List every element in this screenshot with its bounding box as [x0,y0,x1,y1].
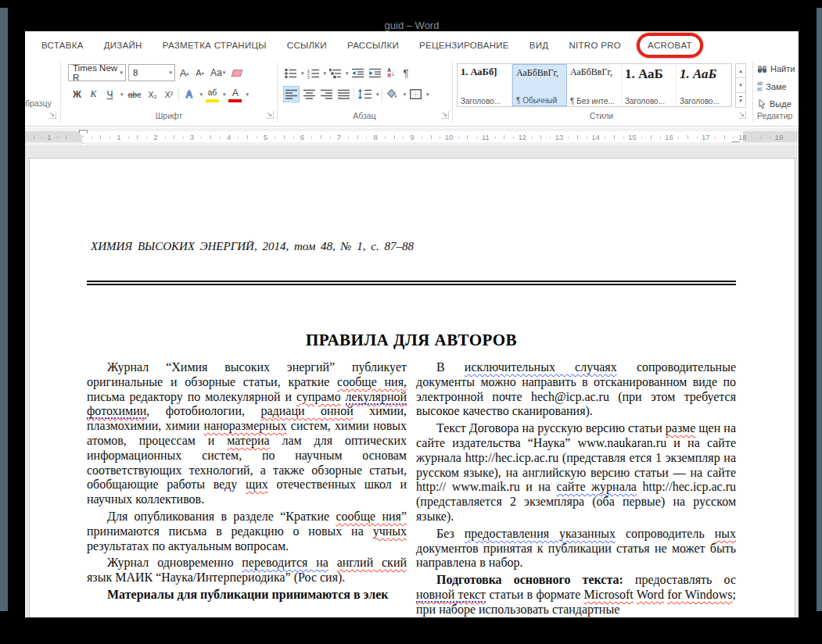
tab-разметка-страницы[interactable]: РАЗМЕТКА СТРАНИЦЫ [153,41,277,50]
tab-рецензирование[interactable]: РЕЦЕНЗИРОВАНИЕ [409,41,519,50]
borders-button[interactable] [408,86,423,102]
tab-вид[interactable]: ВИД [519,41,559,50]
ruler-tick [34,135,34,139]
document-page[interactable]: ХИМИЯ ВЫСОКИХ ЭНЕРГИЙ, 2014, том 48, № 1… [29,158,795,617]
styles-scroll-down-button[interactable]: ▾ [735,78,746,93]
find-button[interactable]: Найти [757,64,795,73]
bold-button[interactable]: Ж [70,86,84,102]
superscript-button[interactable]: X² [162,86,175,102]
chevron-down-icon[interactable]: ▾ [376,91,379,98]
text-effects-button[interactable]: А [182,86,196,102]
highlight-color-button[interactable]: аб [206,86,219,102]
italic-button[interactable]: К [87,86,100,102]
text-run: предоставлять ос [623,573,736,586]
align-right-button[interactable] [319,86,334,102]
style-item[interactable]: 1. АаБб]Заголово... [458,64,512,106]
multilevel-list-button[interactable] [328,65,343,81]
style-item[interactable]: АаБбВвГг,¶ Обычный [512,64,567,106]
text-run [341,390,346,403]
screenshot-bottom-crop [0,617,822,644]
ruler-tick [385,137,386,138]
select-button[interactable]: Выде [757,98,791,109]
spellcheck-marked-text: переводится на [242,556,328,569]
chevron-down-icon[interactable]: ▾ [246,91,249,98]
font-size-combo[interactable]: 8 ▾ [128,64,175,81]
strikethrough-button[interactable]: abc [127,86,143,102]
style-item[interactable]: 1. АаБЗаголово... [677,64,731,106]
document-paragraph[interactable]: Без предоставления указанных сопроводите… [416,527,736,571]
decrease-indent-button[interactable] [350,65,366,81]
ruler-tick [605,137,605,138]
tab-acrobat[interactable]: ACROBAT [637,33,703,58]
document-paragraph[interactable]: В исключительных случаях сопроводительны… [416,360,736,419]
spellcheck-marked-text: сайте журнала [556,480,637,493]
align-center-icon [303,89,315,99]
style-item[interactable]: 1. АаБЗаголово... [622,64,677,106]
text-run: Без [436,527,465,540]
numbered-list-button[interactable]: 123 [306,65,321,81]
pilcrow-button[interactable]: ¶ [400,65,413,81]
style-name: Заголово... [625,97,674,106]
font-color-button[interactable]: А [228,86,242,102]
tab-вставка[interactable]: ВСТАВКА [31,41,94,50]
chevron-down-icon[interactable]: ▾ [223,91,226,98]
clipboard-dialog-launcher[interactable]: ↘ [48,111,56,119]
document-paragraph[interactable]: Журнал одновременно переводится на англи… [87,556,407,585]
document-paragraph[interactable]: Текст Договора на русскую версию статьи … [416,421,736,524]
font-name-combo[interactable]: Times New R ▾ [68,64,126,81]
grow-font-button[interactable]: А [178,65,191,81]
chevron-down-icon[interactable]: ▾ [346,70,349,77]
chevron-down-icon[interactable]: ▾ [199,91,203,98]
tab-рассылки[interactable]: РАССЫЛКИ [337,41,409,50]
replace-button[interactable]: abac Заме [757,81,787,91]
increase-indent-icon [369,68,382,78]
underline-button[interactable]: Ч [103,86,117,102]
text-run: , фотобиологии, [146,404,260,417]
style-name: Заголово... [680,97,729,106]
chevron-down-icon[interactable]: ▾ [426,91,429,98]
increase-indent-button[interactable] [368,65,383,81]
shrink-font-button[interactable]: А [193,65,206,81]
document-paragraph[interactable]: Журнал “Химия высоких энергий” публикует… [87,360,407,507]
ruler-tick [678,137,679,138]
ruler-tick [238,137,239,138]
document-paragraph[interactable]: Подготовка основного текста: предоставля… [416,573,736,617]
ruler-tick [257,137,257,138]
ruler-tick [57,137,58,138]
line-spacing-button[interactable] [357,86,373,102]
spellcheck-marked-text: разме [666,421,695,435]
ruler-number: 6 [300,133,304,141]
format-painter-partial-label[interactable]: бразцу [25,98,52,108]
ruler-tick [458,137,459,138]
chevron-down-icon[interactable]: ▾ [301,70,304,77]
chevron-down-icon[interactable]: ▾ [324,70,327,77]
window-title: guid – Word [25,20,799,31]
clear-formatting-button[interactable] [229,65,243,81]
styles-dialog-launcher[interactable]: ↘ [738,111,746,119]
change-case-button[interactable]: Аа ▾ [209,65,227,81]
ruler-number: 15 [628,133,637,141]
styles-gallery-more-button[interactable]: ▾ [735,93,746,108]
align-left-button[interactable] [283,86,300,102]
ruler-tick [66,135,66,139]
document-paragraph[interactable]: Для опубликования в разделе “Краткие соо… [87,510,407,553]
font-dialog-launcher[interactable]: ↘ [266,111,274,119]
style-item[interactable]: АаБбВвГг,¶ Без инте... [567,64,622,106]
document-paragraph[interactable]: Материалы для публикации принимаются в э… [87,588,407,603]
tab-nitro-pro[interactable]: NITRO PRO [558,41,631,50]
chevron-down-icon[interactable]: ▾ [404,91,407,98]
ruler-tick [394,135,395,139]
bullet-list-button[interactable] [283,65,299,81]
align-center-button[interactable] [302,86,317,102]
tab-ссылки[interactable]: ССЫЛКИ [277,41,337,50]
ruler-number: 13 [555,133,563,141]
sort-button[interactable]: А Я ↓ [385,65,398,81]
ruler-tick [476,137,477,138]
paragraph-dialog-launcher[interactable]: ↘ [441,111,449,119]
shading-button[interactable] [385,86,400,102]
chevron-down-icon[interactable]: ▾ [120,91,124,98]
styles-scroll-up-button[interactable]: ▴ [735,63,746,78]
subscript-button[interactable]: X₂ [145,86,159,102]
tab-дизайн[interactable]: ДИЗАЙН [94,41,153,50]
justify-button[interactable] [336,86,351,102]
